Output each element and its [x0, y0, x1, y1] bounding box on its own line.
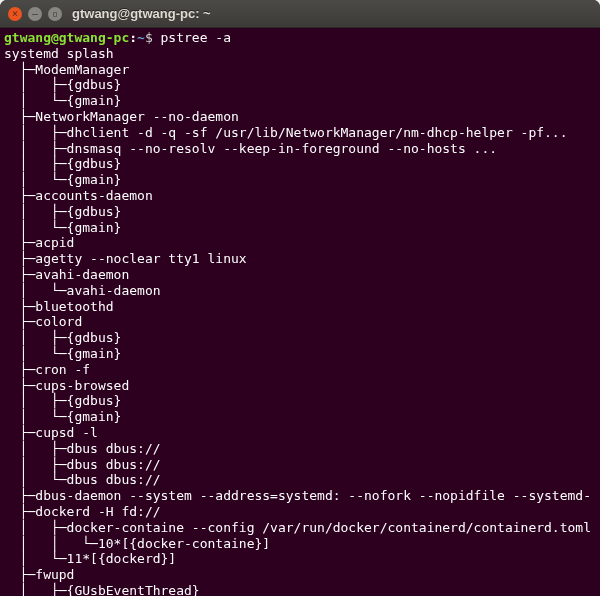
pstree-output: systemd splash ├─ModemManager │ ├─{gdbus… [4, 46, 591, 596]
terminal-window: × – ▫ gtwang@gtwang-pc: ~ gtwang@gtwang-… [0, 0, 600, 596]
maximize-icon[interactable]: ▫ [48, 7, 62, 21]
close-icon[interactable]: × [8, 7, 22, 21]
prompt-path: ~ [137, 30, 145, 45]
command-text: pstree -a [161, 30, 231, 45]
window-controls: × – ▫ [8, 7, 62, 21]
terminal-body[interactable]: gtwang@gtwang-pc:~$ pstree -a systemd sp… [0, 28, 600, 596]
prompt-userhost: gtwang@gtwang-pc [4, 30, 129, 45]
minimize-icon[interactable]: – [28, 7, 42, 21]
prompt-colon: : [129, 30, 137, 45]
window-title: gtwang@gtwang-pc: ~ [72, 6, 211, 21]
titlebar[interactable]: × – ▫ gtwang@gtwang-pc: ~ [0, 0, 600, 28]
prompt-symbol: $ [145, 30, 161, 45]
